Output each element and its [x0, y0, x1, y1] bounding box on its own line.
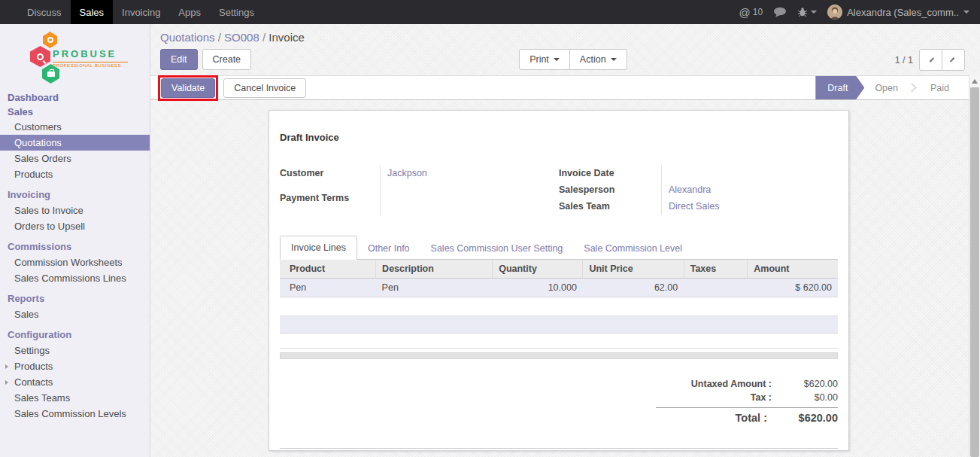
invoice-date-label: Invoice Date: [559, 166, 661, 182]
top-menu-sales[interactable]: Sales: [71, 0, 114, 24]
sidebar-item-label: Products: [14, 361, 53, 372]
sidebar-item-sales-root[interactable]: Sales: [0, 105, 150, 119]
col-quantity[interactable]: Quantity: [493, 260, 583, 279]
chevron-right-icon: [907, 83, 917, 93]
status-paid[interactable]: Paid: [920, 76, 960, 99]
top-menu-apps[interactable]: Apps: [169, 0, 210, 24]
col-unit-price[interactable]: Unit Price: [583, 260, 684, 279]
action-dropdown-button[interactable]: Action: [569, 49, 627, 70]
sales-team-label: Sales Team: [559, 199, 661, 215]
scroll-up-arrow-icon[interactable]: [972, 79, 978, 84]
sidebar-item-customers[interactable]: Customers: [0, 119, 150, 135]
sidebar-item-config-products[interactable]: Products: [0, 358, 150, 374]
sidebar-section-configuration: Configuration: [0, 327, 150, 343]
col-amount[interactable]: Amount: [748, 260, 838, 279]
cell-description[interactable]: Pen: [376, 279, 493, 297]
sidebar-item-config-contacts[interactable]: Contacts: [0, 374, 150, 390]
top-menu-settings[interactable]: Settings: [210, 0, 263, 24]
top-menu-discuss[interactable]: Discuss: [18, 0, 71, 24]
customer-label: Customer: [280, 166, 380, 190]
status-open[interactable]: Open: [864, 76, 909, 99]
chat-bubble-icon: [773, 7, 787, 18]
sidebar-item-sales-commission-levels[interactable]: Sales Commission Levels: [0, 406, 150, 422]
pager-previous-button[interactable]: [919, 49, 942, 71]
sidebar-item-reports-sales[interactable]: Sales: [0, 306, 150, 322]
status-pipeline: Draft Open Paid: [815, 76, 960, 99]
cell-product[interactable]: Pen: [280, 279, 376, 297]
sales-team-value[interactable]: Direct Sales: [661, 199, 838, 215]
mention-icon: @: [739, 6, 751, 19]
sidebar-item-sales-orders[interactable]: Sales Orders: [0, 151, 150, 166]
expand-arrow-icon[interactable]: [5, 380, 8, 385]
sidebar-item-products[interactable]: Products: [0, 166, 150, 182]
mention-counter[interactable]: @ 10: [739, 6, 763, 19]
sidebar-item-sales-commissions-lines[interactable]: Sales Commissions Lines: [0, 270, 150, 286]
control-panel: Quotations / SO008 / Invoice Edit Create…: [150, 24, 980, 75]
untaxed-amount-label: Untaxed Amount :: [656, 379, 784, 389]
user-menu[interactable]: Alexandra (Sales_comm..: [827, 5, 969, 20]
sidebar-item-dashboard[interactable]: Dashboard: [0, 90, 150, 105]
print-label: Print: [529, 54, 549, 65]
sidebar-item-quotations[interactable]: Quotations: [0, 135, 150, 151]
chevron-left-icon: [930, 57, 934, 62]
field-column-left: Customer Jackpson Payment Terms: [280, 166, 559, 215]
horizontal-scrollbar-thumb[interactable]: [281, 353, 837, 358]
tax-label: Tax :: [656, 392, 784, 403]
mention-count: 10: [753, 7, 763, 17]
top-menu-invoicing[interactable]: Invoicing: [113, 0, 169, 24]
sidebar-section-invoicing: Invoicing: [0, 187, 150, 203]
list-bottom-border: [280, 348, 838, 349]
edit-button[interactable]: Edit: [160, 49, 198, 70]
tab-sales-commission-user-setting[interactable]: Sales Commission User Setting: [420, 237, 574, 260]
tab-invoice-lines[interactable]: Invoice Lines: [280, 236, 357, 260]
table-row[interactable]: Pen Pen 10.000 62.00 $ 620.00: [280, 279, 838, 297]
vertical-scrollbar[interactable]: [969, 75, 980, 457]
payment-terms-value: [380, 190, 559, 215]
avatar: [827, 5, 842, 20]
sidebar-item-settings[interactable]: Settings: [0, 343, 150, 358]
sidebar-item-orders-to-upsell[interactable]: Orders to Upsell: [0, 218, 150, 234]
logo-gear-hexagon-icon: [43, 32, 57, 48]
chevron-down-icon: [554, 58, 560, 61]
cancel-invoice-button[interactable]: Cancel Invoice: [223, 78, 306, 98]
invoice-sheet: Draft Invoice Customer Jackpson Payment …: [269, 110, 849, 451]
sidebar-item-commission-worksheets[interactable]: Commission Worksheets: [0, 254, 150, 270]
invoice-state-title: Draft Invoice: [280, 132, 838, 143]
horizontal-scrollbar[interactable]: [280, 352, 838, 359]
field-column-right: Invoice Date Salesperson Alexandra Sales…: [559, 166, 838, 215]
cell-amount[interactable]: $ 620.00: [748, 279, 838, 297]
sidebar-item-label: Contacts: [14, 376, 53, 388]
cell-unit-price[interactable]: 62.00: [583, 279, 684, 297]
cell-quantity[interactable]: 10.000: [493, 279, 583, 297]
pager-next-button[interactable]: [942, 49, 965, 71]
col-product[interactable]: Product: [280, 260, 376, 279]
col-taxes[interactable]: Taxes: [684, 260, 748, 279]
create-button[interactable]: Create: [202, 49, 252, 70]
debug-menu-button[interactable]: [797, 7, 817, 17]
tab-other-info[interactable]: Other Info: [357, 237, 420, 260]
breadcrumb-so008[interactable]: SO008: [224, 31, 259, 44]
tab-sale-commission-level[interactable]: Sale Commission Level: [573, 237, 693, 260]
cell-taxes[interactable]: [684, 279, 748, 297]
validate-button[interactable]: Validate: [161, 78, 215, 98]
col-description[interactable]: Description: [376, 260, 493, 279]
pager-count: 1 / 1: [895, 55, 913, 66]
user-name: Alexandra (Sales_comm..: [847, 7, 959, 18]
chevron-down-icon: [963, 11, 969, 14]
customer-value[interactable]: Jackpson: [380, 166, 559, 190]
sidebar-item-sales-to-invoice[interactable]: Sales to Invoice: [0, 203, 150, 218]
vertical-scrollbar-thumb[interactable]: [970, 87, 979, 457]
status-draft[interactable]: Draft: [815, 76, 864, 99]
untaxed-amount-value: $620.00: [784, 379, 838, 389]
salesperson-value[interactable]: Alexandra: [661, 182, 838, 199]
expand-arrow-icon[interactable]: [5, 364, 8, 369]
validate-highlight-box: Validate: [158, 75, 218, 101]
print-dropdown-button[interactable]: Print: [519, 49, 570, 70]
messages-button[interactable]: [773, 7, 787, 18]
salesperson-label: Salesperson: [559, 182, 661, 199]
breadcrumb-quotations[interactable]: Quotations: [160, 31, 215, 44]
totals-block: Untaxed Amount : $620.00 Tax : $0.00 Tot…: [656, 377, 838, 425]
chevron-right-icon: [950, 57, 954, 62]
sidebar: PROBUSE PROFESSIONAL BUSINESS Dashboard …: [0, 24, 150, 457]
sidebar-item-sales-teams[interactable]: Sales Teams: [0, 390, 150, 406]
